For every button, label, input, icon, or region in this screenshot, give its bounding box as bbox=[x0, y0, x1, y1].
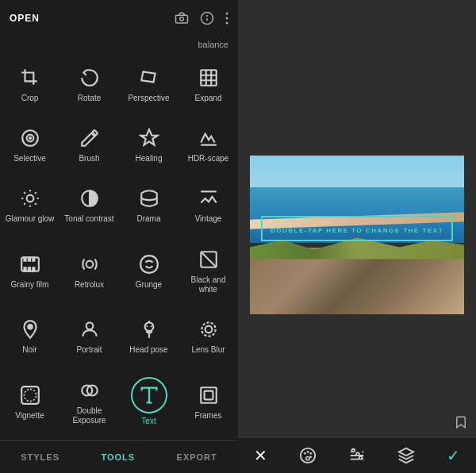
scroll-label: balance bbox=[0, 37, 238, 51]
tab-tools[interactable]: TOOLS bbox=[85, 449, 151, 465]
image-area: DOUBLE-TAP HERE TO CHANGE THE TEXT bbox=[238, 0, 476, 437]
svg-point-27 bbox=[205, 325, 212, 333]
tool-portrait[interactable]: Portrait bbox=[60, 306, 119, 366]
tool-rotate[interactable]: Rotate bbox=[60, 54, 119, 114]
tool-vintage[interactable]: Vintage bbox=[178, 175, 238, 235]
glamourglow-label: Glamour glow bbox=[6, 214, 55, 224]
tool-selective[interactable]: Selective bbox=[0, 114, 60, 175]
camera-flip-icon[interactable] bbox=[175, 11, 189, 25]
confirm-button[interactable]: ✓ bbox=[447, 446, 460, 465]
top-bar-icons bbox=[175, 11, 228, 25]
tool-vignette[interactable]: Vignette bbox=[0, 366, 60, 437]
svg-point-37 bbox=[307, 451, 309, 453]
tool-doubleexposure[interactable]: Double Exposure bbox=[60, 366, 119, 437]
noir-label: Noir bbox=[22, 345, 36, 355]
tool-expand[interactable]: Expand bbox=[178, 54, 238, 114]
svg-point-28 bbox=[202, 322, 215, 336]
tool-crop[interactable]: Crop bbox=[0, 54, 60, 114]
adjust-icon[interactable] bbox=[348, 447, 366, 464]
tool-noir[interactable]: Noir bbox=[0, 306, 60, 366]
tool-text[interactable]: Text bbox=[119, 366, 178, 437]
retrolux-label: Retrolux bbox=[75, 280, 104, 290]
text-label: Text bbox=[141, 417, 155, 426]
brush-icon bbox=[77, 125, 102, 151]
svg-point-36 bbox=[304, 452, 306, 455]
drama-label: Drama bbox=[136, 214, 160, 224]
svg-point-6 bbox=[226, 22, 228, 25]
tool-drama[interactable]: Drama bbox=[119, 175, 178, 235]
info-icon[interactable] bbox=[200, 11, 214, 25]
svg-rect-33 bbox=[201, 387, 217, 403]
crop-label: Crop bbox=[21, 94, 39, 103]
layers-icon[interactable] bbox=[397, 447, 415, 464]
tool-glamourglow[interactable]: Glamour glow bbox=[0, 175, 60, 235]
tools-grid: Crop Rotate Perspective bbox=[0, 51, 238, 440]
svg-rect-34 bbox=[204, 390, 213, 399]
tonalcontrast-label: Tonal contrast bbox=[64, 214, 113, 224]
svg-rect-15 bbox=[28, 257, 29, 260]
healing-label: Healing bbox=[136, 154, 163, 163]
lensblur-icon bbox=[196, 317, 221, 342]
tool-hdrscape[interactable]: HDR-scape bbox=[178, 114, 238, 175]
grunge-icon bbox=[136, 252, 162, 277]
portrait-label: Portrait bbox=[76, 345, 102, 355]
text-overlay-box[interactable]: DOUBLE-TAP HERE TO CHANGE THE TEXT bbox=[261, 216, 453, 241]
svg-rect-16 bbox=[33, 257, 34, 260]
top-bar: OPEN bbox=[0, 0, 238, 37]
retrolux-icon bbox=[77, 252, 102, 277]
tool-perspective[interactable]: Perspective bbox=[119, 54, 178, 114]
tool-retrolux[interactable]: Retrolux bbox=[60, 235, 119, 305]
blackwhite-icon bbox=[196, 247, 221, 272]
vignette-label: Vignette bbox=[15, 411, 44, 421]
frames-label: Frames bbox=[195, 411, 222, 421]
tool-headpose[interactable]: Head pose bbox=[119, 306, 178, 366]
svg-point-38 bbox=[309, 452, 312, 455]
svg-rect-7 bbox=[201, 70, 217, 86]
svg-point-40 bbox=[306, 456, 310, 460]
left-panel: OPEN bbox=[0, 0, 238, 473]
tab-styles[interactable]: STYLES bbox=[5, 449, 75, 465]
tool-brush[interactable]: Brush bbox=[60, 114, 119, 175]
perspective-icon bbox=[136, 65, 162, 90]
vignette-icon bbox=[17, 383, 43, 408]
more-icon[interactable] bbox=[225, 11, 228, 25]
tool-tonalcontrast[interactable]: Tonal contrast bbox=[60, 175, 119, 235]
tool-blackwhite[interactable]: Black and white bbox=[178, 235, 238, 305]
bottom-tabs: STYLES TOOLS EXPORT bbox=[0, 440, 238, 473]
svg-point-4 bbox=[226, 13, 228, 15]
crop-icon bbox=[17, 65, 43, 90]
frames-icon bbox=[196, 383, 221, 408]
tonalcontrast-icon bbox=[77, 186, 102, 211]
vintage-label: Vintage bbox=[195, 214, 222, 224]
blackwhite-label: Black and white bbox=[182, 275, 235, 294]
tool-grunge[interactable]: Grunge bbox=[119, 235, 178, 305]
text-overlay-label[interactable]: DOUBLE-TAP HERE TO CHANGE THE TEXT bbox=[271, 227, 443, 234]
svg-rect-17 bbox=[24, 267, 25, 271]
svg-point-25 bbox=[146, 325, 148, 327]
tool-healing[interactable]: Healing bbox=[119, 114, 178, 175]
expand-label: Expand bbox=[195, 94, 222, 103]
svg-rect-19 bbox=[33, 267, 34, 271]
svg-point-10 bbox=[29, 137, 30, 139]
tool-lensblur[interactable]: Lens Blur bbox=[178, 306, 238, 366]
tab-export[interactable]: EXPORT bbox=[161, 449, 233, 465]
right-bottom-bar: ✕ ✓ bbox=[238, 437, 476, 473]
selective-icon bbox=[17, 125, 43, 151]
palette-icon[interactable] bbox=[299, 447, 317, 464]
healing-icon bbox=[136, 125, 162, 151]
right-panel: DOUBLE-TAP HERE TO CHANGE THE TEXT ✕ bbox=[238, 0, 476, 473]
drama-icon bbox=[136, 186, 162, 211]
bookmark-icon[interactable] bbox=[454, 415, 468, 429]
portrait-icon bbox=[77, 317, 102, 342]
rotate-icon bbox=[77, 65, 102, 90]
tool-grainyfilm[interactable]: Grainy film bbox=[0, 235, 60, 305]
svg-point-11 bbox=[26, 195, 33, 202]
glamourglow-icon bbox=[17, 186, 43, 211]
open-button[interactable]: OPEN bbox=[10, 13, 40, 24]
close-button[interactable]: ✕ bbox=[254, 446, 267, 465]
lensblur-label: Lens Blur bbox=[191, 345, 225, 355]
perspective-label: Perspective bbox=[128, 94, 169, 103]
tool-frames[interactable]: Frames bbox=[178, 366, 238, 437]
top-bar-left: OPEN bbox=[10, 13, 40, 24]
land-layer bbox=[250, 248, 464, 314]
